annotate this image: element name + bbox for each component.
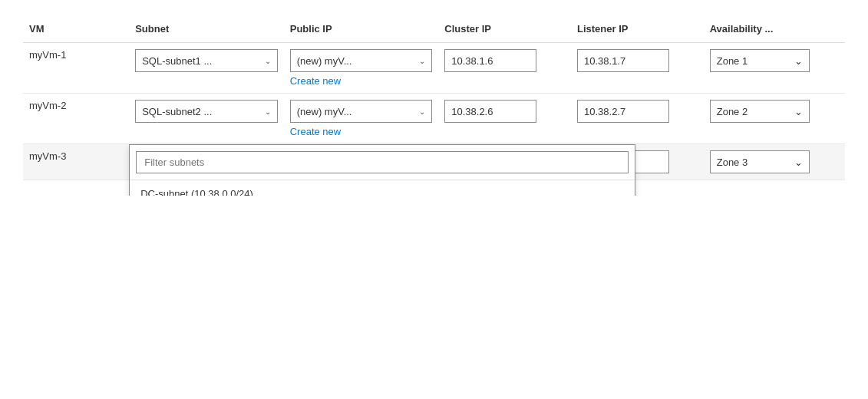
chevron-down-icon: ⌄ bbox=[794, 106, 803, 117]
vm-name-cell: myVm-2 bbox=[23, 94, 129, 144]
vm-name: myVm-2 bbox=[29, 92, 66, 111]
listener-ip-input-1[interactable] bbox=[577, 49, 669, 72]
public-ip-value-1: (new) myV... bbox=[297, 55, 352, 67]
filter-subnets-input[interactable] bbox=[136, 151, 629, 173]
availability-dropdown-3[interactable]: Zone 3 ⌄ bbox=[710, 150, 810, 173]
cluster-ip-cell-1 bbox=[438, 43, 571, 94]
subnet-group-3: ⌄ DC-subnet (10.38.0.0/24) bbox=[135, 150, 278, 173]
availability-value-3: Zone 3 bbox=[717, 157, 748, 168]
table-header-row: VM Subnet Public IP Cluster IP Listener … bbox=[23, 15, 845, 43]
col-listener-ip: Listener IP bbox=[571, 15, 704, 43]
subnet-dropdown-1[interactable]: SQL-subnet1 ... ⌄ bbox=[135, 49, 278, 72]
availability-cell-1: Zone 1 ⌄ bbox=[704, 43, 845, 94]
cluster-ip-input-2[interactable] bbox=[444, 100, 536, 123]
vm-config-table: VM Subnet Public IP Cluster IP Listener … bbox=[23, 15, 845, 180]
availability-dropdown-2[interactable]: Zone 2 ⌄ bbox=[710, 100, 810, 123]
public-ip-value-2: (new) myV... bbox=[297, 106, 352, 117]
listener-ip-cell-2 bbox=[571, 94, 704, 144]
availability-dropdown-1[interactable]: Zone 1 ⌄ bbox=[710, 49, 810, 72]
subnet-group-2: SQL-subnet2 ... ⌄ bbox=[135, 100, 278, 123]
col-public-ip: Public IP bbox=[284, 15, 439, 43]
listener-ip-cell-1 bbox=[571, 43, 704, 94]
subnet-cell-3: ⌄ DC-subnet (10.38.0.0/24) bbox=[129, 144, 284, 180]
col-availability: Availability ... bbox=[704, 15, 845, 43]
cluster-ip-cell-2 bbox=[438, 94, 571, 144]
vm-name-cell: myVm-3 bbox=[23, 144, 129, 180]
subnet-option-0[interactable]: DC-subnet (10.38.0.0/24) bbox=[130, 180, 635, 196]
subnet-cell-1: SQL-subnet1 ... ⌄ bbox=[129, 43, 284, 94]
table-row: myVm-2 SQL-subnet2 ... ⌄ (new) myV... bbox=[23, 94, 845, 144]
availability-cell-2: Zone 2 ⌄ bbox=[704, 94, 845, 144]
chevron-down-icon: ⌄ bbox=[419, 107, 425, 116]
cluster-ip-input-1[interactable] bbox=[444, 49, 536, 72]
availability-value-2: Zone 2 bbox=[717, 106, 748, 117]
col-subnet: Subnet bbox=[129, 15, 284, 43]
availability-value-1: Zone 1 bbox=[717, 55, 748, 67]
public-ip-cell-2: (new) myV... ⌄ Create new bbox=[284, 94, 439, 144]
subnet-dropdown-2[interactable]: SQL-subnet2 ... ⌄ bbox=[135, 100, 278, 123]
public-ip-dropdown-1[interactable]: (new) myV... ⌄ bbox=[290, 49, 433, 72]
chevron-down-icon: ⌄ bbox=[794, 157, 803, 168]
chevron-down-icon: ⌄ bbox=[794, 55, 803, 67]
subnet-value-1: SQL-subnet1 ... bbox=[142, 55, 212, 67]
vm-name: myVm-1 bbox=[29, 41, 66, 61]
subnet-group-1: SQL-subnet1 ... ⌄ bbox=[135, 49, 278, 72]
chevron-down-icon: ⌄ bbox=[265, 107, 271, 116]
main-container: VM Subnet Public IP Cluster IP Listener … bbox=[0, 0, 868, 196]
public-ip-group-1: (new) myV... ⌄ Create new bbox=[290, 49, 433, 87]
public-ip-group-2: (new) myV... ⌄ Create new bbox=[290, 100, 433, 137]
create-new-link-2[interactable]: Create new bbox=[290, 126, 433, 137]
table-row: myVm-1 SQL-subnet1 ... ⌄ (new) myV... bbox=[23, 43, 845, 94]
public-ip-dropdown-2[interactable]: (new) myV... ⌄ bbox=[290, 100, 433, 123]
col-cluster-ip: Cluster IP bbox=[438, 15, 571, 43]
listener-ip-input-2[interactable] bbox=[577, 100, 669, 123]
create-new-link-1[interactable]: Create new bbox=[290, 75, 433, 87]
vm-name-cell: myVm-1 bbox=[23, 43, 129, 94]
subnet-dropdown-panel: DC-subnet (10.38.0.0/24) SQL-subnet1 (10… bbox=[129, 144, 635, 196]
vm-name: myVm-3 bbox=[29, 143, 66, 162]
public-ip-cell-1: (new) myV... ⌄ Create new bbox=[284, 43, 439, 94]
chevron-down-icon: ⌄ bbox=[419, 57, 425, 65]
chevron-down-icon: ⌄ bbox=[265, 57, 271, 65]
filter-input-wrap bbox=[130, 145, 635, 180]
subnet-cell-2: SQL-subnet2 ... ⌄ bbox=[129, 94, 284, 144]
availability-cell-3: Zone 3 ⌄ bbox=[704, 144, 845, 180]
table-row-active: myVm-3 ⌄ bbox=[23, 144, 845, 180]
subnet-list: DC-subnet (10.38.0.0/24) SQL-subnet1 (10… bbox=[130, 180, 635, 196]
col-vm: VM bbox=[23, 15, 129, 43]
subnet-value-2: SQL-subnet2 ... bbox=[142, 106, 212, 117]
